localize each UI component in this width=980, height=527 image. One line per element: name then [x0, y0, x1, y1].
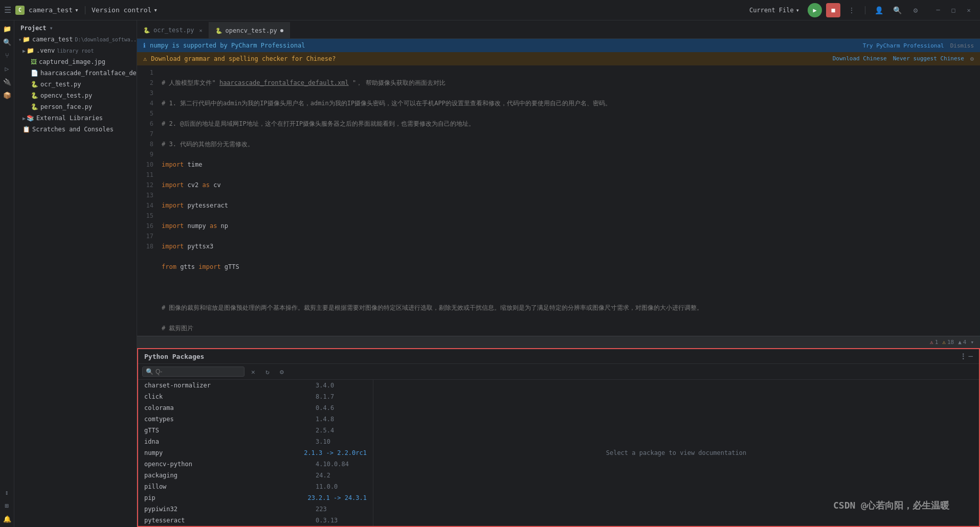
py-icon-2: 🐍: [215, 28, 222, 34]
search-button[interactable]: 🔍: [890, 3, 904, 17]
tab-close-ocr[interactable]: ✕: [199, 28, 202, 33]
code-editor[interactable]: 12345 678910 1112131415 161718 # 人脸模型库文件…: [137, 65, 980, 348]
tab-opencv-test[interactable]: 🐍 opencv_test.py: [209, 22, 290, 38]
plugins-icon[interactable]: 🔌: [1, 76, 13, 88]
warning-icon: ⚠: [143, 55, 147, 62]
panel-options-button[interactable]: ⋮: [960, 352, 967, 360]
editor-tabs: 🐍 ocr_test.py ✕ 🐍 opencv_test.py: [137, 20, 980, 39]
tree-item-venv[interactable]: ▶ 📁 .venv library root: [14, 45, 137, 56]
activity-bar: 📁 🔍 ⑂ ▷ 🔌 📦 ↕ ⊞ 🔔: [0, 20, 14, 527]
line-numbers: 12345 678910 1112131415 161718: [137, 65, 158, 336]
terminal-icon[interactable]: ⊞: [1, 499, 13, 512]
tree-item-external-libs[interactable]: ▶ 📚 External Libraries: [14, 112, 137, 124]
tab-modified-indicator: [280, 29, 283, 32]
tab-ocr-test[interactable]: 🐍 ocr_test.py ✕: [137, 22, 209, 38]
dismiss-button[interactable]: Dismiss: [950, 42, 974, 49]
py-icon: 🐍: [143, 27, 150, 34]
right-area: 🐍 ocr_test.py ✕ 🐍 opencv_test.py ℹ numpy…: [137, 20, 980, 527]
title-bar: ☰ C camera_test ▾ Version control ▾ Curr…: [0, 0, 980, 20]
package-search-input[interactable]: [155, 368, 232, 375]
error-count: ⚠ 1: [930, 339, 938, 346]
git-icon[interactable]: ↕: [1, 486, 13, 498]
refresh-button[interactable]: ↻: [262, 366, 273, 377]
vcs-button[interactable]: Version control ▾: [92, 6, 158, 14]
stop-button[interactable]: ■: [826, 3, 840, 17]
package-packaging[interactable]: packaging 24.2: [138, 470, 373, 481]
tree-item-captured-image[interactable]: 🖼 captured_image.jpg: [14, 56, 137, 67]
warning-icon: ⚠: [942, 339, 946, 346]
python-packages-panel: Python Packages ⋮ ─ 🔍 ✕ ↻ ⚙ charset-n: [137, 348, 980, 527]
sidebar: Project ▾ ▾ 📁 camera_test D:\download_so…: [14, 20, 137, 527]
panel-toolbar: 🔍 ✕ ↻ ⚙: [138, 364, 979, 380]
maximize-button[interactable]: □: [946, 3, 961, 17]
panel-title: Python Packages: [144, 353, 204, 360]
project-name[interactable]: camera_test ▾: [29, 6, 79, 14]
package-colorama[interactable]: colorama 0.4.6: [138, 402, 373, 414]
package-idna[interactable]: idna 3.10: [138, 436, 373, 447]
packages-container: charset-normalizer 3.4.0 click 8.1.7 col…: [138, 380, 979, 526]
notifications-icon[interactable]: 🔔: [1, 513, 13, 525]
code-content[interactable]: # 人脸模型库文件" haarcascade_frontalface_defau…: [158, 65, 980, 336]
clear-search-button[interactable]: ✕: [248, 366, 259, 377]
minimize-button[interactable]: ─: [931, 3, 945, 17]
close-button[interactable]: ✕: [962, 3, 976, 17]
tree-item-scratches[interactable]: 📋 Scratches and Consoles: [14, 124, 137, 135]
sidebar-header: Project ▾: [14, 20, 137, 34]
search-icon[interactable]: 🔍: [1, 36, 13, 48]
notification-chinese-actions: Download Chinese Never suggest Chinese ⚙: [833, 55, 974, 62]
main-layout: 📁 🔍 ⑂ ▷ 🔌 📦 ↕ ⊞ 🔔 Project ▾ ▾ 📁 camera_t…: [0, 20, 980, 527]
package-pillow[interactable]: pillow 11.0.0: [138, 481, 373, 492]
notification-pycharm-pro: ℹ numpy is supported by PyCharm Professi…: [137, 39, 980, 52]
error-icon: ⚠: [930, 339, 933, 346]
notification-chinese: ⚠ Download grammar and spelling checker …: [137, 52, 980, 65]
tree-item-person-face[interactable]: 🐍 person_face.py: [14, 101, 137, 112]
package-charset-normalizer[interactable]: charset-normalizer 3.4.0: [138, 380, 373, 391]
download-chinese-link[interactable]: Download Chinese: [833, 55, 887, 62]
menu-icon[interactable]: ☰: [4, 5, 11, 15]
package-pypiwin32[interactable]: pypiwin32 223: [138, 503, 373, 515]
package-opencv[interactable]: opencv-python 4.10.0.84: [138, 459, 373, 470]
info-icon: ℹ: [143, 42, 146, 49]
window-controls: ─ □ ✕: [931, 3, 976, 17]
file-tree: ▾ 📁 camera_test D:\download_softwa... ▶ …: [14, 34, 137, 527]
tree-item-opencv-test[interactable]: 🐍 opencv_test.py: [14, 90, 137, 101]
warning-count: ⚠ 18: [942, 339, 954, 346]
package-numpy[interactable]: numpy 2.1.3 -> 2.2.0rc1: [138, 447, 373, 459]
panel-header-right: ⋮ ─: [960, 352, 973, 360]
notification-actions: Try PyCharm Professional Dismiss: [863, 42, 974, 49]
editor-area: 🐍 ocr_test.py ✕ 🐍 opencv_test.py ℹ numpy…: [137, 20, 980, 348]
title-bar-left: ☰ C camera_test ▾ Version control ▾ Curr…: [4, 3, 923, 17]
project-icon[interactable]: 📁: [1, 22, 13, 35]
package-comtypes[interactable]: comtypes 1.4.8: [138, 414, 373, 425]
search-icon: 🔍: [146, 368, 153, 375]
other-count: ▲ 4: [958, 339, 966, 346]
run-button[interactable]: ▶: [808, 3, 822, 17]
packages-icon[interactable]: 📦: [1, 89, 13, 101]
package-pytesseract[interactable]: pytesseract 0.3.13: [138, 515, 373, 526]
packages-detail: Select a package to view documentation: [373, 380, 979, 526]
panel-minimize-button[interactable]: ─: [969, 352, 973, 360]
user-button[interactable]: 👤: [872, 3, 886, 17]
run-debug-icon[interactable]: ▷: [1, 62, 13, 75]
more-options-button[interactable]: ⋮: [844, 3, 859, 17]
never-suggest-link[interactable]: Never suggest Chinese: [893, 55, 964, 62]
try-pycharm-pro-link[interactable]: Try PyCharm Professional: [863, 42, 944, 49]
package-gtts[interactable]: gTTS 2.5.4: [138, 425, 373, 436]
error-bar: ⚠ 1 ⚠ 18 ▲ 4 ▾: [137, 336, 980, 348]
packages-list: charset-normalizer 3.4.0 click 8.1.7 col…: [138, 380, 373, 526]
package-pip[interactable]: pip 23.2.1 -> 24.3.1: [138, 492, 373, 503]
app-logo: C: [15, 6, 25, 15]
tree-item-ocr-test[interactable]: 🐍 ocr_test.py: [14, 79, 137, 90]
settings-packages-button[interactable]: ⚙: [276, 366, 287, 377]
settings-button[interactable]: ⚙: [908, 3, 923, 17]
panel-header: Python Packages ⋮ ─: [138, 349, 979, 364]
tree-item-haarcascade[interactable]: 📄 haarcascade_frontalface_defau...: [14, 67, 137, 79]
package-click[interactable]: click 8.1.7: [138, 391, 373, 402]
vcs-icon[interactable]: ⑂: [1, 49, 13, 61]
package-search-box[interactable]: 🔍: [142, 366, 244, 377]
tree-item-camera-test[interactable]: ▾ 📁 camera_test D:\download_softwa...: [14, 34, 137, 45]
code-lines: 12345 678910 1112131415 161718 # 人脸模型库文件…: [137, 65, 980, 336]
current-file-button[interactable]: Current File ▾: [745, 5, 804, 16]
notification-settings-icon[interactable]: ⚙: [970, 55, 974, 62]
